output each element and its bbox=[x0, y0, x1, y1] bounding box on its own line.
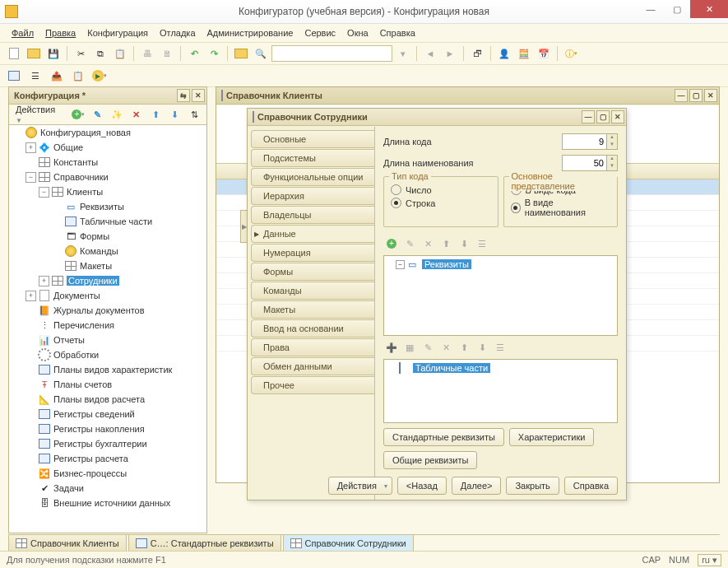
open-icon[interactable] bbox=[25, 44, 43, 63]
tree-documents[interactable]: +Документы bbox=[9, 288, 206, 303]
info-icon[interactable]: ⓘ▾ bbox=[562, 44, 580, 63]
menu-config[interactable]: Конфигурация bbox=[82, 26, 153, 40]
menu-windows[interactable]: Окна bbox=[342, 26, 373, 40]
vtab-exchange[interactable]: Обмен данными bbox=[251, 357, 374, 375]
next-button[interactable]: Далее> bbox=[452, 477, 502, 495]
help-button[interactable]: Справка bbox=[564, 477, 618, 495]
close-button[interactable]: ✕ bbox=[690, 0, 728, 18]
tree-book-reg[interactable]: Регистры бухгалтерии bbox=[9, 436, 206, 451]
emp-min-icon[interactable]: — bbox=[582, 110, 595, 123]
actions-button[interactable]: Действия bbox=[328, 477, 392, 495]
tree-requisites[interactable]: ▭Реквизиты bbox=[9, 199, 206, 214]
emp-max-icon[interactable]: ▢ bbox=[596, 110, 610, 123]
vtab-data[interactable]: Данные bbox=[251, 225, 374, 243]
vtab-subsystems[interactable]: Подсистемы bbox=[251, 149, 374, 167]
movedown-icon[interactable]: ⬇ bbox=[166, 105, 183, 123]
btab-clients[interactable]: Справочник Клиенты bbox=[8, 535, 127, 552]
tab-edit-icon[interactable]: ✎ bbox=[420, 339, 436, 356]
std-req-button[interactable]: Стандартные реквизиты bbox=[383, 428, 504, 446]
vtab-owners[interactable]: Владельцы bbox=[251, 206, 374, 224]
menu-help[interactable]: Справка bbox=[375, 26, 420, 40]
status-lang[interactable]: ru ▾ bbox=[698, 554, 721, 566]
tree-journals[interactable]: 📙Журналы документов bbox=[9, 303, 206, 318]
windows-icon[interactable]: 🗗 bbox=[468, 44, 486, 63]
tab-add-icon[interactable]: ➕ bbox=[383, 339, 400, 356]
close-dialog-button[interactable]: Закрыть bbox=[506, 477, 559, 495]
maximize-button[interactable]: ▢ bbox=[664, 0, 690, 18]
vtab-input[interactable]: Ввод на основании bbox=[251, 319, 374, 338]
export-icon[interactable]: 📤 bbox=[48, 67, 66, 85]
tree-constants[interactable]: Константы bbox=[9, 155, 206, 170]
menu-edit[interactable]: Правка bbox=[40, 26, 81, 40]
vtab-numbering[interactable]: Нумерация bbox=[251, 244, 374, 262]
vtab-commands[interactable]: Команды bbox=[251, 282, 374, 300]
req-down-icon[interactable]: ⬇ bbox=[456, 235, 472, 252]
tree-char-plans[interactable]: Планы видов характеристик bbox=[9, 362, 206, 377]
undo-icon[interactable]: ↶ bbox=[185, 44, 203, 63]
tree-processing[interactable]: Обработки bbox=[9, 347, 206, 362]
tree-calc-plans[interactable]: 📐Планы видов расчета bbox=[9, 392, 206, 407]
tree-common[interactable]: +💠Общие bbox=[9, 140, 206, 155]
copy-icon[interactable]: ⧉ bbox=[91, 44, 109, 63]
emp-close-icon[interactable]: ✕ bbox=[611, 110, 624, 123]
calc-icon[interactable]: 🧮 bbox=[515, 44, 533, 63]
tree-acc-reg[interactable]: Регистры накопления bbox=[9, 421, 206, 436]
db-icon[interactable] bbox=[5, 67, 23, 85]
req-props-icon[interactable]: ☰ bbox=[474, 235, 490, 252]
edit-icon[interactable]: ✎ bbox=[89, 105, 106, 123]
back-button[interactable]: <Назад bbox=[397, 477, 447, 495]
vtab-layouts[interactable]: Макеты bbox=[251, 300, 374, 319]
paste-icon[interactable]: 📋 bbox=[111, 44, 129, 63]
btab-employees[interactable]: Справочник Сотрудники bbox=[283, 535, 414, 552]
vtab-other[interactable]: Прочее bbox=[251, 376, 374, 394]
clients-min-icon[interactable]: — bbox=[675, 89, 688, 102]
tab-down-icon[interactable]: ⬇ bbox=[474, 339, 490, 356]
tree-clients[interactable]: −Клиенты bbox=[9, 184, 206, 199]
moveup-icon[interactable]: ⬆ bbox=[147, 105, 165, 123]
menu-file[interactable]: Файл bbox=[7, 26, 39, 40]
requisites-list[interactable]: −▭Реквизиты bbox=[383, 255, 618, 336]
run-icon[interactable]: ▶▾ bbox=[90, 67, 109, 85]
tree-acc-plans[interactable]: ŦПланы счетов bbox=[9, 377, 206, 392]
tree-calc-reg[interactable]: Регистры расчета bbox=[9, 451, 206, 466]
preview-icon[interactable]: 🗎 bbox=[158, 44, 176, 63]
tab-addsub-icon[interactable]: ▦ bbox=[401, 339, 418, 356]
panel-close-icon[interactable]: ✕ bbox=[192, 89, 205, 102]
tree-bp[interactable]: 🔀Бизнес-процессы bbox=[9, 466, 206, 481]
btab-stdreq[interactable]: С…: Стандартные реквизиты bbox=[128, 535, 281, 552]
radio-as-name[interactable]: В виде наименования bbox=[511, 198, 611, 217]
print-icon[interactable]: 🖶 bbox=[138, 44, 156, 63]
tree-ext[interactable]: 🗄Внешние источники данных bbox=[9, 496, 206, 510]
user-icon[interactable]: 👤 bbox=[495, 44, 513, 63]
tree-tabular[interactable]: Табличные части bbox=[9, 214, 206, 229]
common-req-button[interactable]: Общие реквизиты bbox=[383, 451, 477, 469]
req-add-icon[interactable]: + bbox=[383, 235, 400, 252]
tree-catalogs[interactable]: −Справочники bbox=[9, 170, 206, 184]
panel-pin-icon[interactable]: ⇆ bbox=[177, 89, 190, 102]
find-folder-icon[interactable] bbox=[232, 44, 250, 63]
name-len-input[interactable]: ▲▼ bbox=[562, 155, 618, 171]
tree-reports[interactable]: 📊Отчеты bbox=[9, 333, 206, 347]
radio-string[interactable]: Строка bbox=[391, 198, 491, 208]
tree-commands[interactable]: Команды bbox=[9, 244, 206, 258]
zoom-icon[interactable]: 🔍 bbox=[252, 44, 270, 63]
vtab-forms[interactable]: Формы bbox=[251, 263, 374, 281]
cut-icon[interactable]: ✂ bbox=[72, 44, 90, 63]
tab-props-icon[interactable]: ☰ bbox=[492, 339, 508, 356]
redo-icon[interactable]: ↷ bbox=[205, 44, 223, 63]
new-icon[interactable] bbox=[5, 44, 23, 63]
search-input[interactable] bbox=[271, 45, 392, 62]
tab-up-icon[interactable]: ⬆ bbox=[456, 339, 472, 356]
req-del-icon[interactable]: ✕ bbox=[420, 235, 436, 252]
req-edit-icon[interactable]: ✎ bbox=[401, 235, 418, 252]
minimize-button[interactable]: — bbox=[638, 0, 664, 18]
calendar-icon[interactable]: 📅 bbox=[535, 44, 553, 63]
tree-layouts[interactable]: Макеты bbox=[9, 258, 206, 273]
vtab-funcopts[interactable]: Функциональные опции bbox=[251, 168, 374, 186]
props-icon[interactable]: 📋 bbox=[69, 67, 87, 85]
menu-debug[interactable]: Отладка bbox=[155, 26, 200, 40]
clients-close-icon[interactable]: ✕ bbox=[704, 89, 717, 102]
vtab-rights[interactable]: Права bbox=[251, 338, 374, 356]
req-up-icon[interactable]: ⬆ bbox=[438, 235, 454, 252]
add-icon[interactable]: +▾ bbox=[70, 105, 87, 123]
